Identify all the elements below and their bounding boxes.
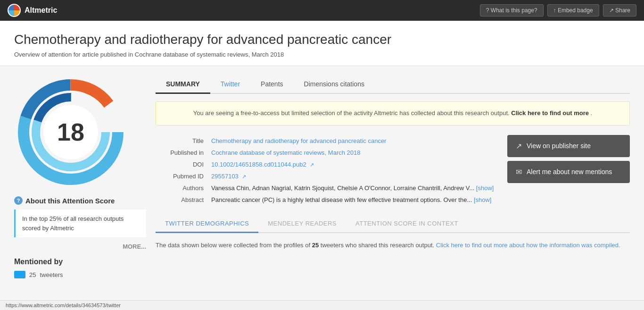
page-subtitle: Overview of attention for article publis… bbox=[14, 51, 630, 58]
alert-mentions-icon: ✉ bbox=[516, 168, 522, 176]
navbar: Altmetric ? What is this page? ↑ Embed b… bbox=[0, 0, 644, 21]
tab-patents[interactable]: Patents bbox=[250, 75, 293, 94]
abstract-row: Abstract Pancreatic cancer (PC) is a hig… bbox=[156, 194, 498, 206]
sub-tabs: TWITTER DEMOGRAPHICS MENDELEY READERS AT… bbox=[156, 215, 630, 233]
data-desc-suffix: tweeters who shared this research output… bbox=[321, 242, 434, 249]
sub-tab-attention-score[interactable]: ATTENTION SCORE IN CONTEXT bbox=[346, 215, 468, 233]
published-in-value[interactable]: Cochrane database of systematic reviews,… bbox=[211, 149, 361, 156]
abstract-label: Abstract bbox=[156, 194, 207, 206]
alert-mentions-label: Alert me about new mentions bbox=[527, 168, 612, 176]
embed-badge-label: ↑ Embed badge bbox=[553, 7, 593, 14]
doi-value[interactable]: 10.1002/14651858.cd011044.pub2 bbox=[211, 161, 306, 168]
data-description: The data shown below were collected from… bbox=[156, 241, 630, 251]
main-tabs: SUMMARY Twitter Patents Dimensions citat… bbox=[156, 75, 630, 94]
tab-summary[interactable]: SUMMARY bbox=[156, 75, 210, 94]
article-info-left: Title Chemotherapy and radiotherapy for … bbox=[156, 135, 498, 215]
view-publisher-icon: ↗ bbox=[516, 142, 522, 151]
more-link[interactable]: MORE... bbox=[14, 243, 146, 250]
pubmed-value[interactable]: 29557103 bbox=[211, 173, 239, 180]
score-description-text: In the top 25% of all research outputs s… bbox=[22, 215, 124, 232]
pubmed-row: Pubmed ID 29557103 ↗ bbox=[156, 170, 498, 182]
data-desc-link[interactable]: Click here to find out more about how th… bbox=[436, 242, 620, 249]
notice-link[interactable]: Click here to find out more bbox=[511, 109, 590, 117]
left-panel: 18 ? About this Attention Score In the t… bbox=[14, 75, 146, 278]
mentioned-by-label: Mentioned by bbox=[14, 258, 146, 266]
tweeters-count: 25 bbox=[29, 271, 36, 278]
tab-twitter[interactable]: Twitter bbox=[210, 75, 250, 94]
twitter-indicator bbox=[14, 271, 25, 278]
external-link-icon: ↗ bbox=[310, 162, 314, 168]
published-in-label: Published in bbox=[156, 147, 207, 159]
abstract-show-link[interactable]: [show] bbox=[474, 196, 492, 203]
title-row: Title Chemotherapy and radiotherapy for … bbox=[156, 135, 498, 147]
article-info-section: Title Chemotherapy and radiotherapy for … bbox=[156, 135, 630, 215]
score-value: 18 bbox=[57, 118, 84, 146]
what-is-page-label: ? What is this page? bbox=[486, 7, 537, 14]
action-buttons: ↗ View on publisher site ✉ Alert me abou… bbox=[507, 135, 630, 215]
pubmed-external-icon: ↗ bbox=[242, 174, 246, 179]
pubmed-label: Pubmed ID bbox=[156, 170, 207, 182]
sub-tab-mendeley[interactable]: MENDELEY READERS bbox=[258, 215, 346, 233]
sub-tab-twitter-demographics[interactable]: TWITTER DEMOGRAPHICS bbox=[156, 215, 258, 233]
altmetric-logo bbox=[8, 4, 21, 17]
authors-row: Authors Vanessa Chin, Adnan Nagrial, Kat… bbox=[156, 182, 498, 194]
published-in-row: Published in Cochrane database of system… bbox=[156, 147, 498, 159]
score-circle-container: 18 bbox=[14, 75, 127, 189]
page-title: Chemotherapy and radiotherapy for advanc… bbox=[14, 32, 630, 47]
info-icon[interactable]: ? bbox=[14, 196, 23, 205]
doi-row: DOI 10.1002/14651858.cd011044.pub2 ↗ bbox=[156, 159, 498, 170]
data-desc-prefix: The data shown below were collected from… bbox=[156, 242, 310, 249]
notice-box: You are seeing a free-to-access but limi… bbox=[156, 101, 630, 126]
authors-value: Vanessa Chin, Adnan Nagrial, Katrin Sjoq… bbox=[211, 184, 474, 192]
authors-show-link[interactable]: [show] bbox=[476, 184, 494, 192]
share-label: ↗ Share bbox=[609, 7, 630, 14]
about-score-label: About this Attention Score bbox=[25, 197, 115, 205]
right-panel: SUMMARY Twitter Patents Dimensions citat… bbox=[156, 75, 630, 278]
notice-text: You are seeing a free-to-access but limi… bbox=[193, 109, 510, 117]
view-publisher-label: View on publisher site bbox=[527, 142, 591, 150]
tweeters-label: tweeters bbox=[40, 271, 63, 278]
view-publisher-button[interactable]: ↗ View on publisher site bbox=[507, 135, 630, 157]
page-header: Chemotherapy and radiotherapy for advanc… bbox=[0, 21, 644, 66]
article-info-table: Title Chemotherapy and radiotherapy for … bbox=[156, 135, 498, 206]
brand: Altmetric bbox=[8, 4, 57, 17]
title-label: Title bbox=[156, 135, 207, 147]
brand-name: Altmetric bbox=[25, 6, 57, 15]
main-content: 18 ? About this Attention Score In the t… bbox=[0, 66, 644, 288]
tweeters-row: 25 tweeters bbox=[14, 271, 146, 278]
alert-mentions-button[interactable]: ✉ Alert me about new mentions bbox=[507, 161, 630, 183]
navbar-actions: ? What is this page? ↑ Embed badge ↗ Sha… bbox=[480, 4, 636, 17]
what-is-page-button[interactable]: ? What is this page? bbox=[480, 4, 544, 17]
title-value[interactable]: Chemotherapy and radiotherapy for advanc… bbox=[211, 137, 386, 144]
embed-badge-button[interactable]: ↑ Embed badge bbox=[547, 4, 599, 17]
notice-suffix: . bbox=[591, 109, 593, 117]
tab-dimensions[interactable]: Dimensions citations bbox=[294, 75, 375, 94]
data-desc-count: 25 bbox=[312, 242, 319, 249]
score-description: In the top 25% of all research outputs s… bbox=[14, 209, 146, 237]
share-button[interactable]: ↗ Share bbox=[603, 4, 636, 17]
abstract-value: Pancreatic cancer (PC) is a highly letha… bbox=[211, 196, 472, 203]
doi-label: DOI bbox=[156, 159, 207, 170]
about-score: ? About this Attention Score bbox=[14, 196, 146, 205]
authors-label: Authors bbox=[156, 182, 207, 194]
